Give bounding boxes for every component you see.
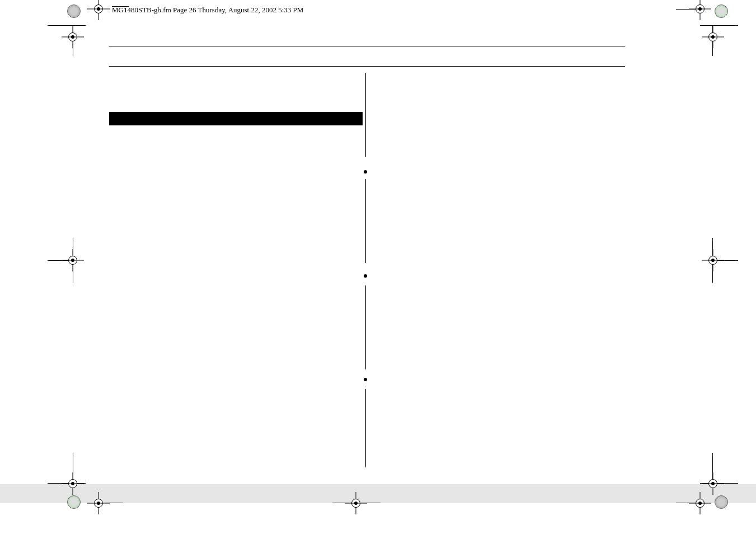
center-line-segment xyxy=(365,285,366,369)
crop-mark xyxy=(676,503,696,503)
black-bar xyxy=(109,112,363,125)
registration-mark-icon xyxy=(68,256,77,265)
crop-mark xyxy=(361,503,381,503)
bottom-band xyxy=(0,484,756,503)
registration-mark-icon xyxy=(708,32,717,41)
center-line-segment xyxy=(365,179,366,263)
bullet-dot xyxy=(364,378,367,381)
center-line-segment xyxy=(365,73,366,157)
crop-mark xyxy=(104,503,123,503)
center-line-segment xyxy=(365,389,366,467)
horizontal-rule xyxy=(109,66,625,67)
registration-mark-icon xyxy=(68,479,77,488)
registration-mark-icon xyxy=(68,32,77,41)
registration-mark-icon xyxy=(708,479,717,488)
bullet-dot xyxy=(364,170,367,174)
horizontal-rule xyxy=(109,46,625,46)
registration-mark-icon xyxy=(94,4,103,13)
registration-circle-bottom-left xyxy=(67,495,81,509)
registration-circle-bottom-right xyxy=(715,495,728,509)
registration-circle-top-left xyxy=(67,4,81,18)
registration-circle-top-right xyxy=(715,4,728,18)
crop-mark xyxy=(676,9,696,10)
registration-mark-icon xyxy=(351,499,360,508)
crop-mark xyxy=(332,503,352,503)
registration-mark-icon xyxy=(696,499,705,508)
registration-mark-icon xyxy=(708,256,717,265)
crop-mark xyxy=(700,25,738,26)
crop-mark xyxy=(48,25,86,26)
registration-mark-icon xyxy=(94,499,103,508)
registration-mark-icon xyxy=(696,4,705,13)
header-file-info: MG1480STB-gb.fm Page 26 Thursday, August… xyxy=(112,6,303,15)
bullet-dot xyxy=(364,274,367,278)
